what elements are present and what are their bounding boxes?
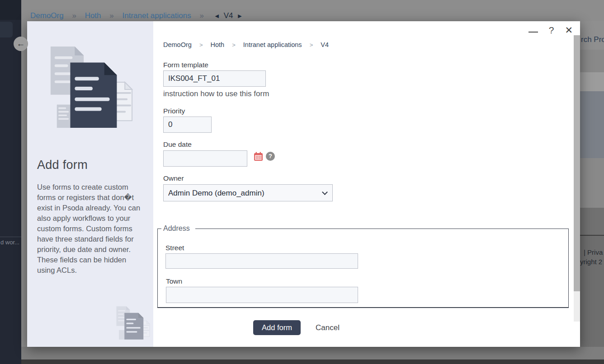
owner-select-wrap: Admin Demo (demo_admin) (163, 184, 333, 201)
breadcrumb-separator: » (72, 11, 76, 20)
sidebar-top-block (0, 0, 21, 20)
priority-label: Priority (163, 107, 185, 115)
sidebar-divider (0, 237, 21, 237)
breadcrumb-link-demoorg[interactable]: DemoOrg (30, 11, 64, 20)
dialog-description: Use forms to create custom forms or regi… (37, 182, 146, 275)
breadcrumb-separator: » (199, 11, 203, 20)
address-legend: Address (161, 224, 195, 233)
next-version-arrow-icon[interactable]: ▶ (238, 13, 241, 19)
owner-label: Owner (163, 174, 184, 182)
priority-field[interactable] (163, 117, 212, 133)
dialog-breadcrumb-link-hoth[interactable]: Hoth (211, 41, 225, 48)
breadcrumb-link-intranet-applications[interactable]: Intranet applications (122, 11, 191, 20)
town-label: Town (166, 277, 182, 285)
dialog-scrollbar-thumb[interactable] (574, 291, 580, 322)
due-date-help-icon[interactable]: ? (266, 152, 275, 161)
form-template-field (163, 70, 266, 87)
window-controls: ? ✕ (528, 24, 573, 37)
dialog-breadcrumb: DemoOrg > Hoth > Intranet applications >… (163, 41, 329, 48)
breadcrumb-link-hoth[interactable]: Hoth (85, 11, 101, 20)
breadcrumb-separator: » (109, 11, 113, 20)
sidebar-partial-label: d wor... (0, 239, 19, 246)
form-instruction-text: instruction how to use this form (163, 89, 269, 98)
dialog-breadcrumb-separator: > (232, 42, 236, 48)
add-form-button[interactable]: Add form (253, 320, 301, 335)
dialog-scrollbar-track[interactable] (574, 35, 580, 322)
prev-version-arrow-icon[interactable]: ◀ (215, 13, 219, 19)
documents-illustration-icon (45, 43, 135, 133)
app-sidebar: d wor... (0, 0, 21, 364)
page-footer-strip (21, 359, 604, 364)
calendar-icon[interactable] (254, 152, 263, 161)
street-label: Street (165, 244, 184, 252)
dialog-breadcrumb-link-intranet-applications[interactable]: Intranet applications (243, 41, 302, 48)
dialog-title: Add form (37, 158, 88, 172)
address-fieldset: Address Street Town (157, 224, 569, 308)
dialog-breadcrumb-link-demoorg[interactable]: DemoOrg (163, 41, 192, 48)
dialog-breadcrumb-current: V4 (321, 41, 329, 48)
dialog-actions: Add form Cancel (253, 320, 340, 335)
due-date-label: Due date (163, 140, 192, 149)
footer-links-partial: | Priva yright 2 (580, 236, 604, 364)
back-arrow-icon: ← (17, 39, 25, 48)
minimize-icon[interactable] (528, 32, 538, 33)
close-icon[interactable]: ✕ (565, 25, 573, 36)
dialog-breadcrumb-separator: > (310, 42, 313, 48)
breadcrumb: DemoOrg » Hoth » Intranet applications »… (30, 11, 245, 20)
owner-select[interactable]: Admin Demo (demo_admin) (163, 184, 333, 201)
cancel-button[interactable]: Cancel (316, 323, 340, 332)
breadcrumb-current-version: V4 (224, 11, 233, 20)
add-form-dialog: Add form Use forms to create custom form… (27, 21, 580, 347)
due-date-field[interactable] (163, 150, 247, 167)
top-bar: DemoOrg » Hoth » Intranet applications »… (21, 0, 604, 21)
street-field[interactable] (165, 253, 358, 269)
documents-illustration-faded-icon (114, 305, 151, 343)
dialog-left-panel: Add form Use forms to create custom form… (27, 21, 153, 347)
town-field[interactable] (166, 287, 358, 303)
search-box-partial: rch Proj (580, 21, 604, 50)
background-page-right-edge: rch Proj emplate | Priva yright 2 (580, 21, 604, 364)
back-arrow-button[interactable]: ← (14, 37, 28, 51)
help-icon[interactable]: ? (549, 25, 554, 36)
dialog-breadcrumb-separator: > (199, 42, 203, 48)
form-template-label: Form template (163, 61, 208, 69)
sidebar-active-item[interactable] (0, 22, 13, 37)
